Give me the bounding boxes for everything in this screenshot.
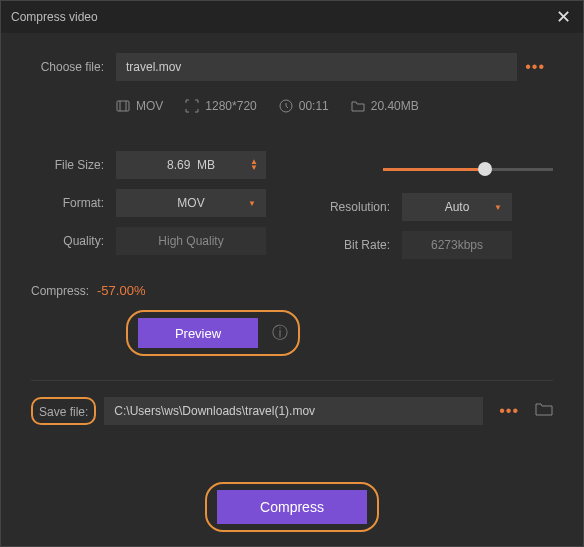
clock-icon	[279, 99, 293, 113]
meta-format: MOV	[136, 99, 163, 113]
choose-file-input[interactable]	[116, 53, 517, 81]
resolution-select[interactable]: Auto ▼	[402, 193, 512, 221]
filesize-slider[interactable]	[383, 155, 553, 183]
bitrate-label: Bit Rate:	[312, 238, 402, 252]
compress-button[interactable]: Compress	[217, 490, 367, 524]
compress-video-dialog: Compress video ✕ Choose file: ••• MOV 12…	[0, 0, 584, 547]
slider-thumb[interactable]	[478, 162, 492, 176]
format-label: Format:	[31, 196, 116, 210]
info-icon[interactable]: ⓘ	[272, 324, 288, 341]
browse-save-icon[interactable]: •••	[491, 402, 527, 420]
filesize-stepper[interactable]: 8.69 MB ▲▼	[116, 151, 266, 179]
file-meta: MOV 1280*720 00:11 20.40MB	[116, 91, 553, 121]
quality-value: High Quality	[116, 227, 266, 255]
save-file-label: Save file:	[39, 405, 88, 419]
compress-highlight: Compress	[205, 482, 379, 532]
titlebar: Compress video ✕	[1, 1, 583, 33]
svg-rect-0	[117, 101, 129, 111]
preview-highlight: Preview ⓘ	[126, 310, 300, 356]
compress-value: -57.00%	[97, 283, 145, 298]
meta-duration: 00:11	[299, 99, 329, 113]
save-file-input[interactable]	[104, 397, 483, 425]
meta-resolution: 1280*720	[205, 99, 256, 113]
stepper-arrows-icon[interactable]: ▲▼	[250, 159, 258, 171]
bitrate-value: 6273kbps	[402, 231, 512, 259]
film-icon	[116, 99, 130, 113]
compress-label: Compress:	[31, 284, 89, 298]
chevron-down-icon: ▼	[248, 199, 256, 208]
divider	[31, 380, 553, 381]
chevron-down-icon: ▼	[494, 203, 502, 212]
close-icon[interactable]: ✕	[553, 6, 573, 28]
choose-file-label: Choose file:	[31, 60, 116, 74]
expand-icon	[185, 99, 199, 113]
preview-button[interactable]: Preview	[138, 318, 258, 348]
folder-icon	[351, 99, 365, 113]
resolution-label: Resolution:	[312, 200, 402, 214]
open-folder-icon[interactable]	[535, 402, 553, 420]
quality-label: Quality:	[31, 234, 116, 248]
window-title: Compress video	[11, 10, 98, 24]
meta-size: 20.40MB	[371, 99, 419, 113]
filesize-label: File Size:	[31, 158, 116, 172]
browse-file-icon[interactable]: •••	[517, 58, 553, 76]
save-label-highlight: Save file:	[31, 397, 96, 425]
format-select[interactable]: MOV ▼	[116, 189, 266, 217]
